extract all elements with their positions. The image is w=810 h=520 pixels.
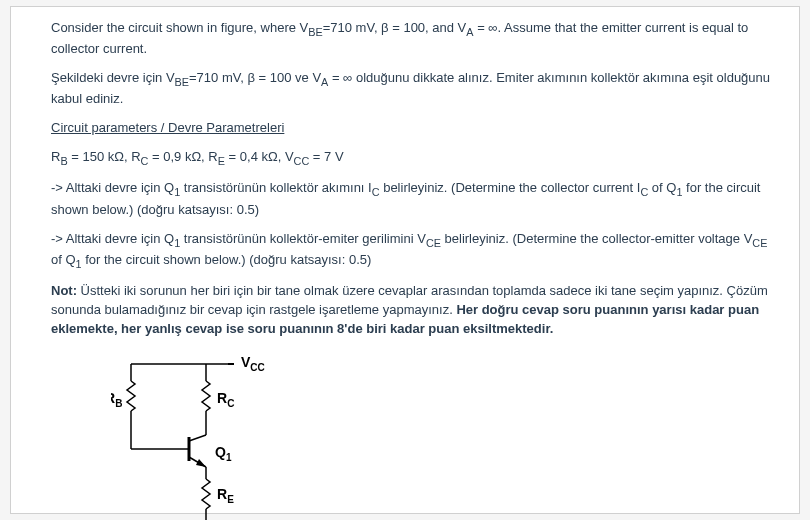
label-re-sub: E [227, 494, 234, 505]
svg-text:RE: RE [217, 486, 234, 505]
text: of Q [648, 180, 676, 195]
sub: BE [175, 76, 189, 88]
sub: CE [426, 236, 441, 248]
text: = 150 kΩ, R [68, 149, 141, 164]
para-english-intro: Consider the circuit shown in figure, wh… [51, 19, 771, 59]
para-task-ic: -> Alttaki devre için Q1 transistörünün … [51, 179, 771, 219]
sub: A [466, 26, 473, 38]
sub: B [60, 155, 67, 167]
label-re: R [217, 486, 227, 502]
text: =710 mV, β = 100, and V [323, 20, 467, 35]
text: = 7 V [309, 149, 343, 164]
text: -> Alttaki devre için Q [51, 231, 174, 246]
text: =710 mV, β = 100 ve V [189, 70, 321, 85]
circuit-svg: VCC RB RC Q1 RE [111, 349, 311, 520]
label-q1: Q [215, 444, 226, 460]
svg-text:VCC: VCC [241, 354, 265, 373]
label-q1-sub: 1 [226, 452, 232, 463]
para-parameters-heading: Circuit parameters / Devre Parametreleri [51, 119, 771, 138]
sub: BE [308, 26, 322, 38]
para-note: Not: Üstteki iki sorunun her biri için b… [51, 282, 771, 339]
sub: E [218, 155, 225, 167]
label-rc: R [217, 390, 227, 406]
label-vcc-sub: CC [250, 362, 264, 373]
svg-text:RB: RB [111, 390, 122, 409]
label-rb-sub: B [115, 398, 122, 409]
text: -> Alttaki devre için Q [51, 180, 174, 195]
question-card: Consider the circuit shown in figure, wh… [10, 6, 800, 514]
text: belirleyiniz. (Determine the collector-e… [441, 231, 752, 246]
note-label: Not: [51, 283, 77, 298]
text: R [51, 149, 60, 164]
text: of Q [51, 252, 76, 267]
para-turkish-intro: Şekildeki devre için VBE=710 mV, β = 100… [51, 69, 771, 109]
sub: C [372, 186, 380, 198]
svg-text:RC: RC [217, 390, 234, 409]
para-parameter-values: RB = 150 kΩ, RC = 0,9 kΩ, RE = 0,4 kΩ, V… [51, 148, 771, 169]
svg-marker-10 [196, 459, 206, 467]
svg-line-8 [189, 435, 206, 441]
label-rc-sub: C [227, 398, 234, 409]
sub: CE [752, 236, 767, 248]
text: for the circuit shown below.) (doğru kat… [82, 252, 372, 267]
text: = 0,9 kΩ, R [148, 149, 217, 164]
svg-text:Q1: Q1 [215, 444, 232, 463]
circuit-diagram: VCC RB RC Q1 RE [111, 349, 771, 520]
text: Consider the circuit shown in figure, wh… [51, 20, 308, 35]
para-task-vce: -> Alttaki devre için Q1 transistörünün … [51, 230, 771, 273]
text: = 0,4 kΩ, V [225, 149, 294, 164]
text: Circuit parameters / Devre Parametreleri [51, 120, 284, 135]
text: transistörünün kollektör-emiter gerilimi… [180, 231, 426, 246]
text: belirleyiniz. (Determine the collector c… [380, 180, 641, 195]
text: transistörünün kollektör akımını I [180, 180, 371, 195]
sub: CC [294, 155, 310, 167]
text: Şekildeki devre için V [51, 70, 175, 85]
